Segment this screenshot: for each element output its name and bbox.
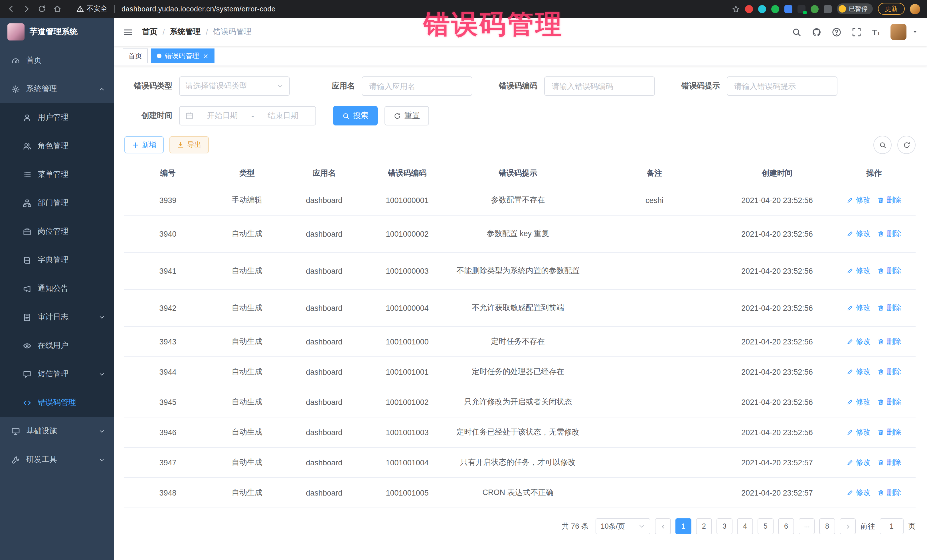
sidebar-item-notice[interactable]: 通知公告 — [0, 274, 114, 303]
error-type-select[interactable]: 请选择错误码类型 — [179, 76, 290, 96]
update-button[interactable]: 更新 — [878, 3, 905, 15]
sidebar-item-dict[interactable]: 字典管理 — [0, 246, 114, 274]
cell-type: 自动生成 — [211, 290, 283, 326]
extension-icon[interactable] — [758, 5, 766, 13]
delete-link[interactable]: 删除 — [877, 229, 901, 239]
address-url[interactable]: dashboard.yudao.iocoder.cn/system/error-… — [122, 5, 275, 13]
extension-icon[interactable] — [811, 5, 819, 13]
edit-link[interactable]: 修改 — [846, 367, 871, 377]
sidebar-item-menu[interactable]: 菜单管理 — [0, 160, 114, 189]
edit-link[interactable]: 修改 — [846, 337, 871, 347]
edit-link[interactable]: 修改 — [846, 195, 871, 205]
reload-icon[interactable] — [38, 5, 46, 13]
reset-button[interactable]: 重置 — [384, 106, 429, 126]
extension-icon[interactable] — [745, 5, 753, 13]
tab-item[interactable]: 首页 — [123, 49, 148, 63]
user-avatar[interactable] — [891, 24, 906, 40]
export-button[interactable]: 导出 — [169, 136, 209, 153]
fullscreen-icon[interactable] — [852, 27, 862, 37]
goto-page-input[interactable] — [880, 518, 904, 534]
sidebar-item-post[interactable]: 岗位管理 — [0, 217, 114, 246]
security-chip[interactable]: 不安全 — [76, 4, 107, 14]
text-size-icon[interactable]: TT — [872, 28, 880, 36]
sidebar-item-system[interactable]: 系统管理 — [0, 75, 114, 103]
breadcrumb-item[interactable]: 首页 — [142, 27, 158, 37]
extension-icon[interactable] — [798, 5, 805, 13]
cell-code: 1001001001 — [366, 357, 449, 387]
forward-icon[interactable] — [22, 5, 31, 13]
pager-next-button[interactable] — [840, 518, 856, 534]
page-size-select[interactable]: 10条/页 — [596, 518, 650, 534]
add-button[interactable]: 新增 — [125, 136, 164, 153]
delete-link[interactable]: 删除 — [877, 367, 901, 377]
toggle-search-button[interactable] — [873, 136, 892, 154]
delete-link[interactable]: 删除 — [877, 303, 901, 313]
pager-page-8[interactable]: 8 — [819, 518, 835, 534]
sidebar-item-audit-log[interactable]: 审计日志 — [0, 303, 114, 331]
date-range-picker[interactable]: 开始日期 - 结束日期 — [179, 106, 316, 126]
plus-icon — [132, 141, 139, 149]
delete-link[interactable]: 删除 — [877, 457, 901, 467]
pager-page-3[interactable]: 3 — [716, 518, 732, 534]
search-icon[interactable] — [792, 27, 802, 37]
bookmark-star-icon[interactable] — [732, 5, 740, 13]
pager-page-4[interactable]: 4 — [737, 518, 753, 534]
sidebar-item-online-user[interactable]: 在线用户 — [0, 331, 114, 360]
refresh-table-button[interactable] — [897, 136, 916, 154]
breadcrumb-separator: / — [206, 28, 208, 36]
extension-icon[interactable] — [771, 5, 779, 13]
hamburger-icon[interactable] — [123, 27, 133, 37]
browser-profile-avatar[interactable] — [910, 4, 920, 14]
menu-label: 字典管理 — [38, 255, 68, 265]
book-icon — [23, 256, 31, 264]
search-button[interactable]: 搜索 — [333, 106, 378, 126]
help-icon[interactable] — [832, 27, 842, 37]
sidebar-item-error-code[interactable]: 错误码管理 — [0, 389, 114, 417]
tab-active[interactable]: 错误码管理 — [151, 49, 214, 63]
edit-link[interactable]: 修改 — [846, 487, 871, 498]
cell-actions: 修改删除 — [833, 215, 916, 252]
filter-time: 创建时间 开始日期 - 结束日期 — [125, 106, 316, 126]
delete-link[interactable]: 删除 — [877, 195, 901, 205]
extension-icon[interactable] — [784, 5, 792, 13]
caret-down-icon[interactable] — [912, 29, 918, 35]
edit-link[interactable]: 修改 — [846, 397, 871, 407]
sidebar-item-role[interactable]: 角色管理 — [0, 132, 114, 160]
sidebar-item-sms[interactable]: 短信管理 — [0, 360, 114, 389]
paused-badge[interactable]: 已暂停 — [837, 3, 873, 14]
edit-link[interactable]: 修改 — [846, 457, 871, 467]
github-icon[interactable] — [812, 27, 822, 37]
back-icon[interactable] — [7, 5, 15, 13]
edit-link[interactable]: 修改 — [846, 266, 871, 276]
edit-link[interactable]: 修改 — [846, 229, 871, 239]
cell-id: 3941 — [125, 252, 211, 290]
sidebar-item-home[interactable]: 首页 — [0, 46, 114, 75]
pager-page-5[interactable]: 5 — [758, 518, 774, 534]
app-logo[interactable]: 芋道管理系统 — [0, 18, 114, 46]
pager-prev-button[interactable] — [655, 518, 671, 534]
delete-link[interactable]: 删除 — [877, 397, 901, 407]
pager-page-1[interactable]: 1 — [675, 518, 691, 534]
close-icon[interactable] — [202, 53, 209, 59]
home-icon[interactable] — [53, 5, 62, 13]
pager-page-2[interactable]: 2 — [696, 518, 712, 534]
pager-page-6[interactable]: 6 — [778, 518, 794, 534]
sidebar-item-dev-tools[interactable]: 研发工具 — [0, 445, 114, 474]
sidebar-item-user[interactable]: 用户管理 — [0, 103, 114, 132]
sidebar-item-infra[interactable]: 基础设施 — [0, 417, 114, 445]
pager-more-button[interactable] — [799, 518, 815, 534]
sidebar-item-dept[interactable]: 部门管理 — [0, 189, 114, 217]
error-hint-input[interactable] — [727, 76, 837, 96]
delete-link[interactable]: 删除 — [877, 427, 901, 437]
delete-link[interactable]: 删除 — [877, 337, 901, 347]
edit-link[interactable]: 修改 — [846, 427, 871, 437]
delete-link[interactable]: 删除 — [877, 487, 901, 498]
cell-id: 3940 — [125, 215, 211, 252]
delete-link[interactable]: 删除 — [877, 266, 901, 276]
app-name-input[interactable] — [362, 76, 473, 96]
edit-link[interactable]: 修改 — [846, 303, 871, 313]
error-code-input[interactable] — [544, 76, 655, 96]
breadcrumb-item[interactable]: 系统管理 — [170, 27, 201, 37]
extensions-pin-icon[interactable] — [824, 5, 832, 13]
trash-icon — [877, 369, 884, 375]
